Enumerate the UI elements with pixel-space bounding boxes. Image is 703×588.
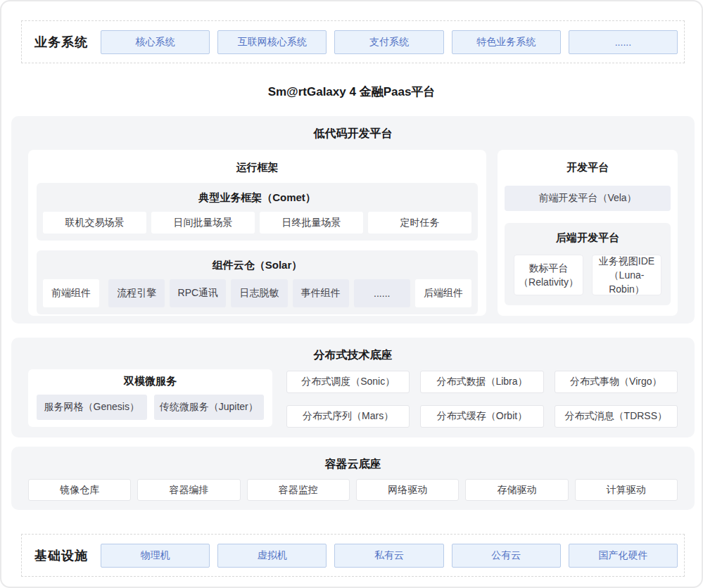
relativity-line2: （Relativity）	[519, 275, 578, 289]
solar-component-strip: 组件云仓（Solar） 前端组件 流程引擎 RPC通讯 日志脱敏 事件组件 ..…	[37, 250, 478, 314]
solar-tile-backend-components: 后端组件	[415, 279, 471, 307]
distributed-data-libra-tile: 分布式数据（Libra）	[420, 371, 543, 393]
business-system-payment: 支付系统	[334, 30, 443, 54]
infrastructure-row: 基础设施 物理机 虚拟机 私有云 公有云 国产化硬件	[21, 534, 685, 577]
backend-dev-platform-title: 后端开发平台	[514, 230, 661, 252]
compute-driver-tile: 计算驱动	[575, 479, 678, 501]
comet-tile-eod-batch: 日终批量场景	[260, 212, 363, 234]
luna-robin-line2: （Luna-Robin）	[593, 268, 661, 296]
image-registry-tile: 镜像仓库	[28, 479, 131, 501]
distributed-scheduling-sonic-tile: 分布式调度（Sonic）	[286, 371, 410, 393]
business-systems-items: 核心系统 互联网核心系统 支付系统 特色业务系统 ......	[101, 30, 684, 54]
backend-dev-platform-tiles: 数标平台 （Relativity） 业务视图IDE （Luna-Robin）	[514, 255, 661, 295]
luna-robin-ide-tile: 业务视图IDE （Luna-Robin）	[592, 255, 661, 295]
comet-tiles: 联机交易场景 日间批量场景 日终批量场景 定时任务	[43, 212, 471, 234]
comet-tile-scheduled-task: 定时任务	[368, 212, 471, 234]
business-systems-row: 业务系统 核心系统 互联网核心系统 支付系统 特色业务系统 ......	[21, 20, 685, 63]
container-cloud-tiles: 镜像仓库 容器编排 容器监控 网络驱动 存储驱动 计算驱动	[28, 479, 678, 501]
lowcode-section: 低代码开发平台 运行框架 典型业务框架（Comet） 联机交易场景 日间批量场景…	[11, 116, 695, 324]
dual-mode-title: 双模微服务	[37, 375, 264, 395]
comet-tile-intraday-batch: 日间批量场景	[151, 212, 255, 234]
container-orchestration-tile: 容器编排	[137, 479, 240, 501]
container-monitoring-tile: 容器监控	[247, 479, 350, 501]
physical-machine-tile: 物理机	[101, 544, 210, 568]
dual-mode-microservice-box: 双模微服务 服务网格（Genesis） 传统微服务（Jupiter）	[28, 369, 272, 427]
page-title: Sm@rtGalaxy 4 金融Paas平台	[1, 84, 702, 100]
business-system-internet-core: 互联网核心系统	[217, 30, 327, 54]
infrastructure-label: 基础设施	[22, 547, 101, 564]
dev-platform-box: 开发平台 前端开发平台（Vela） 后端开发平台 数标平台 （Relativit…	[498, 150, 678, 316]
frontend-dev-platform-vela-tile: 前端开发平台（Vela）	[505, 186, 671, 211]
business-system-special: 特色业务系统	[452, 30, 561, 54]
relativity-line1: 数标平台	[529, 261, 569, 275]
distributed-section: 分布式技术底座 双模微服务 服务网格（Genesis） 传统微服务（Jupite…	[11, 338, 695, 437]
comet-framework-strip: 典型业务框架（Comet） 联机交易场景 日间批量场景 日终批量场景 定时任务	[37, 183, 478, 241]
comet-tile-online-trade: 联机交易场景	[43, 212, 146, 234]
business-system-core: 核心系统	[101, 30, 210, 54]
distributed-sequence-mars-tile: 分布式序列（Mars）	[286, 405, 410, 428]
diagram-frame: 业务系统 核心系统 互联网核心系统 支付系统 特色业务系统 ...... Sm@…	[0, 0, 703, 588]
traditional-microservice-jupiter-tile: 传统微服务（Jupiter）	[154, 395, 265, 420]
distributed-transaction-virgo-tile: 分布式事物（Virgo）	[555, 371, 678, 393]
dev-platform-title: 开发平台	[505, 158, 671, 183]
public-cloud-tile: 公有云	[452, 544, 561, 568]
comet-framework-title: 典型业务框架（Comet）	[43, 190, 471, 212]
container-cloud-title: 容器云底座	[11, 447, 695, 472]
distributed-tiles-grid: 分布式调度（Sonic） 分布式数据（Libra） 分布式事物（Virgo） 分…	[286, 371, 678, 428]
lowcode-body: 运行框架 典型业务框架（Comet） 联机交易场景 日间批量场景 日终批量场景 …	[28, 150, 678, 316]
luna-robin-line1: 业务视图IDE	[599, 254, 654, 268]
distributed-section-title: 分布式技术底座	[11, 338, 695, 363]
relativity-platform-tile: 数标平台 （Relativity）	[514, 255, 583, 295]
runtime-framework-box: 运行框架 典型业务框架（Comet） 联机交易场景 日间批量场景 日终批量场景 …	[28, 150, 486, 316]
business-systems-label: 业务系统	[22, 34, 101, 51]
private-cloud-tile: 私有云	[334, 544, 443, 568]
infrastructure-items: 物理机 虚拟机 私有云 公有云 国产化硬件	[101, 544, 684, 568]
lowcode-section-title: 低代码开发平台	[11, 116, 695, 141]
storage-driver-tile: 存储驱动	[465, 479, 568, 501]
solar-tile-more: ......	[354, 279, 410, 307]
service-mesh-genesis-tile: 服务网格（Genesis）	[37, 395, 147, 420]
solar-tiles: 前端组件 流程引擎 RPC通讯 日志脱敏 事件组件 ...... 后端组件	[43, 279, 471, 307]
solar-tile-process-engine: 流程引擎	[108, 279, 165, 307]
container-cloud-section: 容器云底座 镜像仓库 容器编排 容器监控 网络驱动 存储驱动 计算驱动	[11, 447, 695, 510]
runtime-framework-title: 运行框架	[37, 158, 478, 183]
backend-dev-platform-box: 后端开发平台 数标平台 （Relativity） 业务视图IDE （Luna-R…	[505, 223, 671, 305]
dual-mode-tiles: 服务网格（Genesis） 传统微服务（Jupiter）	[37, 395, 264, 420]
solar-tile-rpc: RPC通讯	[170, 279, 226, 307]
virtual-machine-tile: 虚拟机	[217, 544, 327, 568]
solar-tile-log-masking: 日志脱敏	[231, 279, 287, 307]
solar-tile-frontend-components: 前端组件	[43, 279, 99, 307]
solar-component-title: 组件云仓（Solar）	[43, 257, 471, 279]
domestic-hardware-tile: 国产化硬件	[569, 544, 678, 568]
solar-tile-event-components: 事件组件	[293, 279, 349, 307]
distributed-cache-orbit-tile: 分布式缓存（Orbit）	[420, 405, 543, 428]
business-system-more: ......	[569, 30, 678, 54]
distributed-message-tdrss-tile: 分布式消息（TDRSS）	[555, 405, 678, 428]
network-driver-tile: 网络驱动	[356, 479, 459, 501]
